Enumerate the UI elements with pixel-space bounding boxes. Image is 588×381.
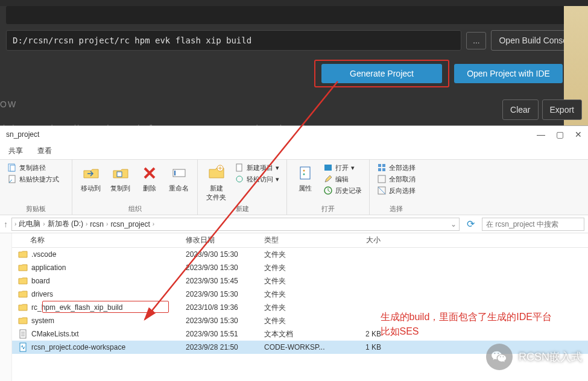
properties-button[interactable]: 属性: [292, 162, 318, 194]
svg-rect-5: [174, 171, 175, 175]
delete-button[interactable]: 删除: [136, 162, 163, 194]
build-path-input[interactable]: [6, 30, 461, 51]
file-date: 2023/9/30 15:30: [181, 316, 259, 325]
invert-icon: [377, 186, 387, 195]
new-folder-icon: [207, 163, 226, 183]
minimize-button[interactable]: —: [537, 130, 545, 139]
paste-shortcut-icon: [7, 174, 17, 184]
file-name: .vscode: [31, 250, 56, 259]
paste-shortcut-button[interactable]: 粘贴快捷方式: [5, 174, 67, 184]
svg-point-11: [303, 174, 305, 175]
open-label: 打开: [335, 163, 349, 172]
nav-up[interactable]: ↑: [4, 219, 8, 229]
ribbon: 复制路径 粘贴快捷方式 剪贴板 移动到 复制到: [0, 160, 588, 215]
copy-to-button[interactable]: 复制到: [107, 162, 134, 194]
file-icon: [18, 276, 28, 286]
new-item-label: 新建项目: [247, 163, 273, 172]
crumb-drive[interactable]: 新加卷 (D:): [48, 219, 83, 229]
refresh-button[interactable]: ⟳: [463, 218, 478, 230]
rename-button[interactable]: 重命名: [165, 162, 192, 194]
col-date[interactable]: 修改日期: [181, 235, 259, 245]
crumb-project[interactable]: rcsn_project: [110, 220, 150, 228]
generate-project-button[interactable]: Generate Project: [321, 64, 442, 83]
svg-rect-12: [324, 165, 332, 171]
menu-share[interactable]: 共享: [8, 146, 23, 156]
explorer-titlebar[interactable]: sn_project — ▢ ✕: [0, 126, 588, 143]
history-item-button[interactable]: 历史记录: [321, 185, 364, 196]
table-row[interactable]: .vscode2023/9/30 15:30文件夹: [12, 248, 588, 261]
edit-item-button[interactable]: 编辑: [321, 174, 364, 184]
col-type[interactable]: 类型: [259, 235, 338, 245]
menu-view[interactable]: 查看: [37, 146, 52, 156]
move-to-label: 移动到: [81, 184, 101, 193]
select-all-icon: [377, 163, 387, 172]
file-type: CODE-WORKSP...: [259, 343, 338, 351]
ribbon-new-group: 新建 文件夹 新建项目 ▾ 轻松访问 ▾ 新建: [198, 160, 287, 215]
nav-pane-edge[interactable]: [0, 233, 12, 381]
table-row[interactable]: board2023/9/30 15:45文件夹: [12, 274, 588, 288]
dropdown-icon[interactable]: ⌄: [450, 220, 457, 228]
col-name[interactable]: 名称: [12, 235, 181, 245]
file-date: 2023/9/30 15:30: [181, 250, 259, 259]
file-name: CMakeLists.txt: [31, 330, 79, 338]
ow-label: OW: [0, 99, 17, 109]
search-input[interactable]: [482, 218, 584, 231]
svg-rect-3: [117, 172, 122, 177]
move-to-button[interactable]: 移动到: [77, 162, 104, 194]
breadcrumb[interactable]: › 此电脑 › 新加卷 (D:) › rcsn › rcsn_project ›…: [11, 218, 460, 231]
close-button[interactable]: ✕: [575, 130, 582, 139]
history-icon: [323, 186, 333, 195]
new-folder-button[interactable]: 新建 文件夹: [203, 162, 230, 203]
crumb-rcsn[interactable]: rcsn: [90, 220, 104, 228]
file-size: 2 KB: [338, 330, 386, 338]
clear-button[interactable]: Clear: [502, 99, 538, 120]
copy-to-icon: [111, 163, 130, 183]
wechat-icon: [486, 344, 513, 370]
file-type: 文件夹: [259, 303, 338, 313]
watermark-text: RCSN嵌入式: [519, 350, 582, 364]
new-folder-label: 新建 文件夹: [206, 184, 226, 202]
top-dark-section: [6, 6, 582, 24]
file-icon: [18, 250, 28, 259]
rename-icon: [169, 163, 189, 183]
select-all-button[interactable]: 全部选择: [375, 162, 418, 173]
paste-shortcut-label: 粘贴快捷方式: [19, 175, 59, 184]
rename-label: 重命名: [169, 184, 189, 193]
annotation-line1: 生成的build，里面包含了生成的IDE平台: [381, 310, 552, 324]
select-none-label: 全部取消: [389, 175, 416, 184]
export-button[interactable]: Export: [542, 99, 582, 120]
crumb-pc[interactable]: 此电脑: [19, 219, 40, 229]
file-name: drivers: [31, 290, 53, 298]
file-type: 文件夹: [259, 250, 338, 260]
select-none-button[interactable]: 全部取消: [375, 174, 418, 184]
table-row[interactable]: application2023/9/30 15:30文件夹: [12, 261, 588, 274]
col-size[interactable]: 大小: [338, 235, 386, 245]
file-date: 2023/9/30 15:51: [181, 330, 259, 338]
new-item-button[interactable]: 新建项目 ▾: [232, 162, 282, 173]
file-type: 文件夹: [259, 316, 338, 326]
file-date: 2023/9/28 21:50: [181, 343, 259, 351]
file-icon: [18, 263, 28, 272]
svg-rect-17: [382, 168, 385, 171]
easy-access-label: 轻松访问: [247, 175, 273, 184]
copy-path-button[interactable]: 复制路径: [5, 162, 67, 173]
build-path-row: ... Open Build Console: [0, 24, 588, 57]
table-row[interactable]: drivers2023/9/30 15:30文件夹: [12, 288, 588, 301]
edit-icon: [323, 174, 333, 184]
open-item-button[interactable]: 打开 ▾: [321, 162, 364, 173]
history-label: 历史记录: [335, 186, 362, 195]
browse-button[interactable]: ...: [466, 32, 486, 49]
move-to-icon: [81, 163, 101, 183]
ribbon-organize-group: 移动到 复制到 删除 重命名 组织: [72, 160, 198, 215]
maximize-button[interactable]: ▢: [556, 130, 564, 139]
copy-path-label: 复制路径: [19, 163, 46, 172]
select-none-icon: [377, 174, 387, 184]
svg-point-8: [236, 176, 242, 182]
easy-access-button[interactable]: 轻松访问 ▾: [232, 174, 282, 184]
file-name: rc_hpm_evk_flash_xip_build: [31, 303, 122, 312]
select-group-title: 选择: [375, 203, 418, 213]
invert-select-button[interactable]: 反向选择: [375, 185, 418, 196]
file-date: 2023/10/8 19:36: [181, 303, 259, 312]
open-project-ide-button[interactable]: Open Project with IDE: [454, 64, 563, 83]
invert-label: 反向选择: [389, 186, 416, 195]
